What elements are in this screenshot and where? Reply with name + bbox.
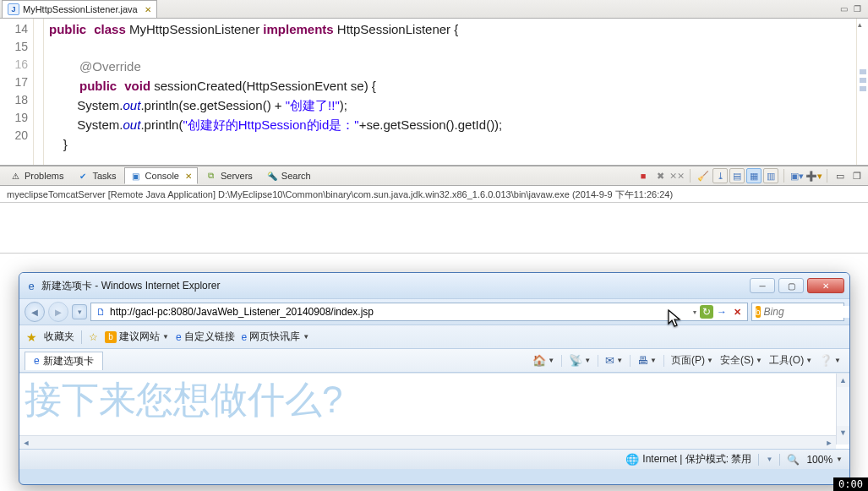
cmd-mail-button[interactable]: ✉▼ bbox=[602, 354, 626, 367]
editor-minimize-icon[interactable]: ▭ bbox=[838, 4, 849, 14]
view-minimize-icon[interactable]: ▭ bbox=[833, 168, 848, 183]
tab-dirty-close-icon[interactable]: ✕ bbox=[145, 5, 151, 14]
ie-search-input[interactable] bbox=[764, 306, 850, 318]
home-icon: 🏠 bbox=[532, 354, 546, 367]
cmd-page-menu[interactable]: 页面(P)▼ bbox=[668, 353, 717, 368]
editor-tab-title: MyHttpSessionListener.java bbox=[23, 4, 138, 14]
ie-status-zone: Internet | 保护模式: 禁用 bbox=[642, 452, 751, 466]
open-console-button[interactable]: ▣▾ bbox=[789, 168, 805, 183]
zoom-level[interactable]: 100% bbox=[806, 454, 833, 466]
ie-go-button[interactable]: → bbox=[717, 306, 727, 318]
console-output[interactable] bbox=[0, 203, 868, 254]
favorites-star-icon[interactable]: ★ bbox=[26, 330, 37, 344]
ie-status-bar: 🌐 Internet | 保护模式: 禁用 ▼ 🔍 100% ▼ bbox=[19, 449, 849, 469]
bing-icon: b bbox=[756, 306, 761, 318]
clear-console-button[interactable]: 🧹 bbox=[696, 168, 711, 183]
ie-horizontal-scrollbar[interactable]: ◄ ► bbox=[19, 435, 836, 449]
remove-all-button[interactable]: ⨯⨯ bbox=[669, 168, 685, 183]
servers-icon: ⧉ bbox=[205, 170, 217, 182]
cmd-print-button[interactable]: 🖶▼ bbox=[634, 354, 660, 367]
scroll-track[interactable] bbox=[33, 436, 822, 449]
code-editor[interactable]: 14 15 16 17 18 19 20 public class MyHttp… bbox=[0, 19, 868, 166]
pin-console-button[interactable]: ▦ bbox=[746, 168, 762, 183]
rss-icon: 📡 bbox=[569, 354, 582, 367]
line-number: 14 bbox=[0, 20, 28, 38]
ie-page-tab[interactable]: e 新建选项卡 bbox=[25, 352, 103, 370]
ie-favorites-bar: ★ 收藏夹 ☆ b 建议网站 ▼ e 自定义链接 e 网页快讯库 ▼ bbox=[19, 325, 849, 349]
fav-item-suggest[interactable]: b 建议网站 ▼ bbox=[105, 330, 169, 344]
addr-dropdown-icon[interactable]: ▾ bbox=[693, 308, 696, 316]
editor-maximize-icon[interactable]: ❐ bbox=[851, 4, 863, 14]
line-number: 17 bbox=[0, 74, 28, 91]
scroll-track[interactable] bbox=[837, 387, 849, 426]
cmd-home-button[interactable]: 🏠▼ bbox=[529, 354, 558, 367]
ie-url-input[interactable] bbox=[110, 306, 690, 318]
tasks-icon: ✔ bbox=[77, 170, 89, 182]
tab-servers[interactable]: ⧉ Servers bbox=[199, 167, 259, 184]
tab-console[interactable]: ▣ Console ✕ bbox=[124, 167, 198, 184]
protected-mode-dropdown[interactable]: ▼ bbox=[766, 456, 772, 463]
ie-forward-button[interactable]: ► bbox=[48, 302, 68, 322]
display-selected-button[interactable]: ▥ bbox=[763, 168, 778, 183]
scroll-lock-button[interactable]: ⤓ bbox=[712, 168, 728, 183]
scroll-left-icon[interactable]: ◄ bbox=[19, 436, 33, 449]
tab-close-icon[interactable]: ✕ bbox=[185, 172, 192, 181]
line-number: 19 bbox=[0, 109, 28, 127]
ie-tab-favicon-icon: e bbox=[34, 355, 40, 367]
ie-search-box[interactable]: b 🔍 ▾ bbox=[751, 303, 844, 321]
ie-address-bar[interactable]: 🗋 ▾ ↻ → ✕ bbox=[90, 303, 748, 321]
line-number: 16 bbox=[0, 56, 28, 74]
ie-minimize-button[interactable]: ─ bbox=[750, 278, 775, 293]
ie-link-icon: e bbox=[176, 331, 182, 343]
ie-maximize-button[interactable]: ▢ bbox=[778, 278, 804, 293]
remove-launch-button[interactable]: ✖ bbox=[652, 168, 668, 183]
new-console-button[interactable]: ➕▾ bbox=[806, 168, 822, 183]
ie-vertical-scrollbar[interactable]: ▲ ▼ bbox=[836, 374, 849, 445]
editor-tab-active[interactable]: J MyHttpSessionListener.java ✕ bbox=[2, 0, 157, 18]
ie-link-icon: e bbox=[242, 331, 248, 343]
ie-navbar: ◄ ► ▾ 🗋 ▾ ↻ → ✕ b 🔍 ▾ bbox=[19, 298, 849, 325]
ie-history-dropdown[interactable]: ▾ bbox=[72, 304, 87, 319]
tab-tasks[interactable]: ✔ Tasks bbox=[71, 167, 122, 184]
fav-item-custom[interactable]: e 自定义链接 bbox=[176, 330, 235, 344]
ie-titlebar[interactable]: e 新建选项卡 - Windows Internet Explorer ─ ▢ … bbox=[19, 273, 849, 298]
content-heading: 接下来您想做什么? bbox=[19, 374, 849, 425]
ie-command-bar: e 新建选项卡 🏠▼ 📡▼ ✉▼ 🖶▼ 页面(P)▼ 安全(S)▼ 工具(O)▼… bbox=[19, 349, 849, 373]
ie-page-content[interactable]: 接下来您想做什么? ▲ ▼ ◄ ► bbox=[19, 373, 849, 449]
tab-search[interactable]: 🔦 Search bbox=[260, 167, 317, 184]
mail-icon: ✉ bbox=[605, 354, 614, 367]
cmd-help-button[interactable]: ❔▼ bbox=[816, 354, 844, 367]
scroll-up-icon[interactable]: ▲ bbox=[837, 374, 849, 387]
overview-ruler[interactable] bbox=[856, 19, 868, 165]
favorites-add-button[interactable]: ☆ bbox=[89, 331, 98, 343]
show-on-out-button[interactable]: ▤ bbox=[729, 168, 745, 183]
favorites-label[interactable]: 收藏夹 bbox=[44, 330, 74, 344]
scroll-down-icon[interactable]: ▼ bbox=[837, 426, 849, 439]
ie-close-button[interactable]: ✕ bbox=[807, 278, 844, 293]
fold-column bbox=[34, 19, 44, 165]
terminate-button[interactable]: ■ bbox=[636, 168, 651, 183]
ie-window-title: 新建选项卡 - Windows Internet Explorer bbox=[41, 279, 220, 293]
views-tab-bar: ⚠ Problems ✔ Tasks ▣ Console ✕ ⧉ Servers… bbox=[0, 166, 868, 186]
scroll-up-arrow-icon[interactable]: ▴ bbox=[858, 20, 866, 29]
tab-problems[interactable]: ⚠ Problems bbox=[3, 167, 69, 184]
view-maximize-icon[interactable]: ❐ bbox=[849, 168, 865, 183]
java-file-icon: J bbox=[8, 3, 19, 15]
scroll-right-icon[interactable]: ► bbox=[822, 436, 836, 449]
line-number: 18 bbox=[0, 91, 28, 109]
ie-back-button[interactable]: ◄ bbox=[25, 302, 45, 322]
cmd-tools-menu[interactable]: 工具(O)▼ bbox=[766, 353, 816, 368]
code-text[interactable]: public class MyHttpSessionListener imple… bbox=[44, 19, 856, 165]
ie-stop-button[interactable]: ✕ bbox=[730, 305, 744, 319]
chevron-down-icon: ▼ bbox=[303, 333, 309, 341]
ie-favicon-icon: e bbox=[25, 279, 38, 292]
problems-icon: ⚠ bbox=[9, 170, 21, 182]
cmd-safety-menu[interactable]: 安全(S)▼ bbox=[717, 353, 766, 368]
editor-tab-bar: J MyHttpSessionListener.java ✕ ▭ ❐ bbox=[0, 0, 868, 19]
ie-refresh-button[interactable]: ↻ bbox=[700, 305, 713, 319]
fav-item-webslice[interactable]: e 网页快讯库 ▼ bbox=[242, 330, 310, 344]
help-icon: ❔ bbox=[819, 354, 833, 367]
zoom-dropdown-icon[interactable]: ▼ bbox=[836, 456, 843, 463]
cmd-feeds-button[interactable]: 📡▼ bbox=[565, 354, 594, 367]
zoom-icon[interactable]: 🔍 bbox=[787, 454, 800, 466]
